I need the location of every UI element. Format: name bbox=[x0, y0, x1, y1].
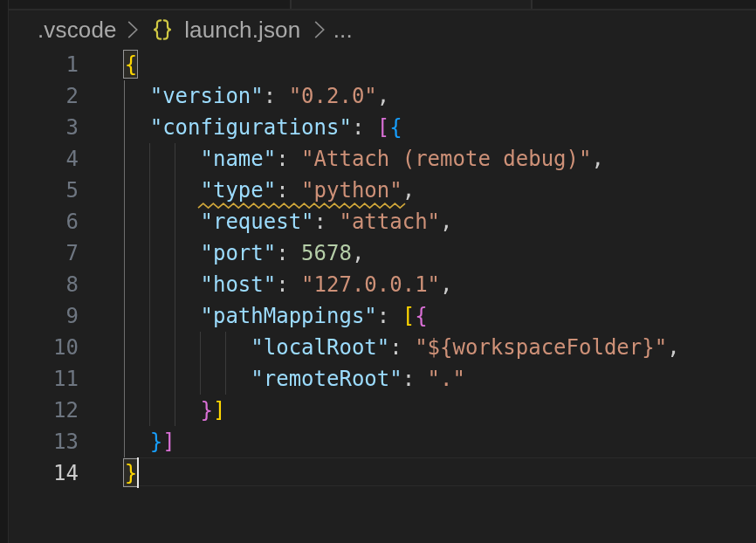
token-b2: } bbox=[201, 398, 213, 423]
token-b1: } bbox=[125, 461, 137, 485]
token-punct: , bbox=[352, 241, 364, 265]
token-punct: : bbox=[402, 367, 428, 391]
token-str: "." bbox=[428, 367, 465, 391]
line-number[interactable]: 3 bbox=[0, 112, 79, 143]
token-ws bbox=[125, 178, 201, 203]
code-line-4[interactable]: 4 "name": "Attach (remote debug)", bbox=[0, 143, 756, 175]
breadcrumb-item-file[interactable]: launch.json bbox=[184, 17, 300, 44]
json-file-icon bbox=[153, 19, 172, 40]
code-line-3[interactable]: 3 "configurations": [{ bbox=[0, 112, 756, 143]
token-punct: : bbox=[276, 178, 301, 203]
code-line-11[interactable]: 11 "remoteRoot": "." bbox=[0, 363, 756, 395]
token-punct: : bbox=[276, 272, 301, 297]
token-key: "configurations" bbox=[150, 115, 352, 140]
code-text: }] bbox=[125, 430, 175, 454]
code-line-6[interactable]: 6 "request": "attach", bbox=[0, 206, 756, 237]
token-ws bbox=[125, 84, 150, 108]
token-key: "remoteRoot" bbox=[251, 367, 402, 391]
code-text: "remoteRoot": "." bbox=[125, 367, 465, 391]
code-line-8[interactable]: 8 "host": "127.0.0.1", bbox=[0, 269, 756, 300]
breadcrumb-item-symbol[interactable]: ... bbox=[333, 17, 353, 44]
token-b1: [ bbox=[402, 304, 415, 328]
code-editor[interactable]: 1{2 "version": "0.2.0",3 "configurations… bbox=[9, 49, 756, 543]
chevron-right-icon bbox=[314, 20, 325, 39]
line-number[interactable]: 4 bbox=[0, 143, 79, 175]
token-punct: : bbox=[264, 84, 289, 108]
line-number[interactable]: 11 bbox=[0, 363, 79, 395]
code-text: }] bbox=[125, 398, 226, 423]
token-punct: : bbox=[377, 304, 402, 328]
code-line-10[interactable]: 10 "localRoot": "${workspaceFolder}", bbox=[0, 332, 756, 363]
token-b1: { bbox=[125, 52, 137, 77]
token-key: "type" bbox=[201, 178, 277, 203]
line-number[interactable]: 12 bbox=[0, 395, 79, 426]
code-line-2[interactable]: 2 "version": "0.2.0", bbox=[0, 80, 756, 112]
line-number[interactable]: 14 bbox=[0, 457, 79, 489]
breadcrumb-item-folder[interactable]: .vscode bbox=[38, 17, 117, 44]
token-key: "port" bbox=[201, 241, 277, 265]
token-str: "127.0.0.1" bbox=[301, 272, 440, 297]
token-b3: { bbox=[389, 115, 402, 140]
code-line-9[interactable]: 9 "pathMappings": [{ bbox=[0, 300, 756, 332]
token-key: "localRoot" bbox=[251, 335, 389, 360]
token-ws bbox=[125, 147, 201, 171]
tab-active[interactable] bbox=[292, 0, 531, 9]
token-str: "0.2.0" bbox=[289, 84, 377, 108]
token-key: "request" bbox=[201, 210, 314, 234]
token-ws bbox=[125, 115, 150, 140]
token-ws bbox=[125, 272, 201, 297]
token-punct: , bbox=[377, 84, 389, 108]
token-b2: ] bbox=[162, 430, 175, 454]
token-ws bbox=[125, 398, 201, 423]
token-str: "attach" bbox=[339, 210, 440, 234]
token-ws bbox=[125, 210, 201, 234]
token-punct: : bbox=[352, 115, 377, 140]
code-text: "type": "python", bbox=[125, 178, 415, 203]
token-ws bbox=[125, 304, 201, 328]
token-str: "Attach (remote debug)" bbox=[301, 147, 591, 171]
token-punct: : bbox=[276, 241, 301, 265]
line-number[interactable]: 8 bbox=[0, 269, 79, 300]
code-line-13[interactable]: 13 }] bbox=[0, 426, 756, 457]
code-text: "pathMappings": [{ bbox=[125, 304, 428, 328]
token-key: "host" bbox=[201, 272, 277, 297]
token-str: "python" bbox=[301, 178, 402, 203]
code-text: } bbox=[125, 461, 137, 485]
code-line-14[interactable]: 14} bbox=[0, 457, 756, 489]
token-ws bbox=[125, 241, 201, 265]
token-num: 5678 bbox=[301, 241, 352, 265]
token-key: "pathMappings" bbox=[201, 304, 377, 328]
token-ws bbox=[125, 430, 150, 454]
code-text: "name": "Attach (remote debug)", bbox=[125, 147, 604, 171]
token-punct: : bbox=[389, 335, 415, 360]
line-number[interactable]: 5 bbox=[0, 175, 79, 206]
token-b3: } bbox=[150, 430, 162, 454]
line-number[interactable]: 9 bbox=[0, 300, 79, 332]
code-line-1[interactable]: 1{ bbox=[0, 49, 756, 80]
line-number[interactable]: 1 bbox=[0, 49, 79, 80]
tab-separator bbox=[531, 0, 533, 9]
token-punct: : bbox=[314, 210, 340, 234]
tab-bar bbox=[9, 0, 756, 10]
line-number[interactable]: 7 bbox=[0, 237, 79, 269]
tab-separator bbox=[290, 0, 292, 9]
line-number[interactable]: 10 bbox=[0, 332, 79, 363]
token-punct: , bbox=[667, 335, 679, 360]
code-line-7[interactable]: 7 "port": 5678, bbox=[0, 237, 756, 269]
line-number[interactable]: 13 bbox=[0, 426, 79, 457]
code-line-12[interactable]: 12 }] bbox=[0, 395, 756, 426]
code-text: "localRoot": "${workspaceFolder}", bbox=[125, 335, 680, 360]
token-key: "version" bbox=[150, 84, 264, 108]
line-number[interactable]: 2 bbox=[0, 80, 79, 112]
token-punct: : bbox=[276, 147, 301, 171]
token-b2: { bbox=[415, 304, 427, 328]
code-text: "port": 5678, bbox=[125, 241, 365, 265]
line-number[interactable]: 6 bbox=[0, 206, 79, 237]
breadcrumb: .vscode launch.json ... bbox=[9, 10, 756, 49]
token-punct: , bbox=[402, 178, 415, 203]
vscode-window: .vscode launch.json ... 1{2 "version": "… bbox=[0, 0, 756, 543]
code-text: "configurations": [{ bbox=[125, 115, 402, 140]
token-key: "name" bbox=[201, 147, 277, 171]
code-lines: 1{2 "version": "0.2.0",3 "configurations… bbox=[0, 49, 756, 489]
code-line-5[interactable]: 5 "type": "python", bbox=[0, 175, 756, 206]
